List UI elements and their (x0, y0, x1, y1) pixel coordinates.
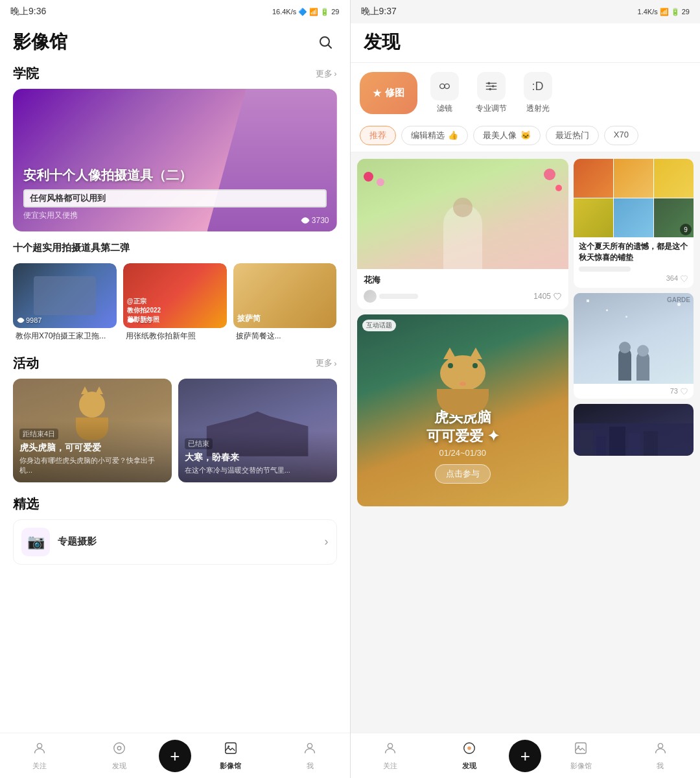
academy-more-link[interactable]: 更多 › (316, 68, 336, 80)
bluetooth-icon: 🔷 (298, 8, 307, 16)
nav-follow[interactable]: 关注 (0, 741, 79, 771)
photo-grid-card[interactable]: 9 这个夏天所有的遗憾，都是这个秋天惊喜的铺垫 364 (574, 159, 694, 288)
right-nav-follow[interactable]: 关注 (351, 741, 430, 771)
hero-main-text: 安利十个人像拍摄道具（二） (23, 167, 327, 184)
flower-sea-card[interactable]: 花海 1405 (357, 159, 569, 309)
left-status-bar: 晚上9:36 16.4K/s 🔷 📶 🔋 29 (0, 0, 350, 23)
right-nav-follow-icon (383, 741, 397, 759)
right-nav-discover-label: 发现 (462, 761, 476, 771)
flower-sea-meta: 1405 (364, 290, 563, 303)
selected-featured-label: 专题摄影 (58, 536, 97, 548)
grid-img-6: 9 (654, 198, 694, 237)
photo-grid-username-placeholder (579, 266, 631, 272)
video-card-3[interactable]: 披萨简 披萨简餐这... (233, 263, 337, 342)
svg-point-11 (439, 84, 444, 88)
svg-point-5 (38, 743, 42, 748)
svg-point-19 (388, 743, 392, 748)
star-icon: ★ (373, 88, 381, 99)
nav-gallery[interactable]: 影像馆 (191, 741, 270, 771)
tool-tab-filter[interactable]: 滤镜 (425, 72, 464, 114)
video-thumb-1: 9987 (13, 263, 117, 328)
photo-grid-imgs: 9 (574, 159, 694, 237)
svg-point-12 (445, 84, 449, 88)
photo-grid-info: 这个夏天所有的遗憾，都是这个秋天惊喜的铺垫 364 (574, 237, 694, 288)
right-header: 发现 (351, 23, 701, 63)
right-bottom-nav: 关注 发现 + 影像馆 我 (351, 733, 701, 778)
vivo-ad-card[interactable]: 互动话题 虎头虎脑可可爱爱 ✦ (357, 314, 569, 506)
video-view-1: 9987 (17, 316, 41, 324)
app-title: 影像馆 (13, 30, 67, 54)
left-bottom-nav: 关注 发现 + 影像馆 我 (0, 733, 350, 778)
tool-tab-pro-adjust[interactable]: 专业调节 (472, 72, 511, 114)
selected-featured-area: 📷 专题摄影 › (0, 519, 350, 565)
pill-portrait[interactable]: 最美人像 🐱 (473, 126, 541, 145)
right-nav-gallery[interactable]: 影像馆 (541, 741, 620, 771)
video-card-1[interactable]: 9987 教你用X70拍摄王家卫拖... (13, 263, 117, 342)
pill-editor-pick[interactable]: 编辑精选 👍 (401, 126, 469, 145)
tool-tabs: ★ 修图 滤镜 专业调节 :D 透射光 (351, 63, 701, 119)
left-content-scroll: 学院 更多 › 安利十个人像拍摄道具（二） 任何风格都可以用到 便宜实用又便携 … (0, 65, 350, 778)
selected-featured-btn[interactable]: 📷 专题摄影 › (13, 519, 337, 565)
nav-follow-label: 关注 (32, 761, 47, 771)
vivo-participate-btn[interactable]: 点击参与 (435, 464, 491, 484)
flower-sea-info: 花海 1405 (357, 269, 569, 309)
activity-more-link[interactable]: 更多 › (316, 357, 336, 369)
right-nav-me[interactable]: 我 (621, 741, 700, 771)
selected-arrow: › (325, 535, 329, 548)
search-button[interactable] (314, 30, 337, 54)
nav-me-label-left: 我 (307, 761, 314, 771)
svg-point-7 (117, 746, 121, 750)
signal-icon: 📶 (309, 8, 318, 16)
pill-x70[interactable]: X70 (604, 126, 638, 145)
svg-point-24 (658, 743, 662, 748)
activity-card-2[interactable]: 已结束 大寒，盼春来 在这个寒冷与温暖交替的节气里... (178, 379, 337, 482)
left-panel: 晚上9:36 16.4K/s 🔷 📶 🔋 29 影像馆 学院 更多 › (0, 0, 350, 778)
activity-title: 活动 (13, 355, 39, 372)
hero-banner[interactable]: 安利十个人像拍摄道具（二） 任何风格都可以用到 便宜实用又便携 3730 (13, 89, 337, 231)
svg-point-6 (113, 742, 124, 753)
right-feed-area: 花海 1405 (351, 152, 701, 778)
night-city-card[interactable] (574, 404, 694, 456)
pill-recommend[interactable]: 推荐 (360, 126, 396, 145)
feed-left-col: 花海 1405 (357, 159, 569, 778)
svg-line-1 (328, 45, 331, 49)
nav-discover[interactable]: 发现 (79, 741, 158, 771)
nav-gallery-label: 影像馆 (220, 761, 241, 771)
video-thumb-3: 披萨简 (233, 263, 337, 328)
pro-adjust-icon-bg (477, 72, 506, 100)
right-nav-add-button[interactable]: + (509, 740, 541, 772)
right-battery-level: 29 (682, 8, 690, 16)
right-status-bar: 晚上9:37 1.4K/s 📶 🔋 29 (351, 0, 701, 23)
left-header: 影像馆 (0, 23, 350, 65)
flower-sea-likes: 1405 (533, 292, 562, 301)
feed-right-col: 9 这个夏天所有的遗憾，都是这个秋天惊喜的铺垫 364 (574, 159, 694, 778)
right-nav-me-icon (653, 741, 668, 759)
hero-sub-text: 便宜实用又便携 (23, 210, 327, 221)
network-speed: 16.4K/s (272, 8, 296, 16)
nav-me-icon-left (303, 741, 317, 759)
vivo-tag: 互动话题 (362, 320, 396, 331)
photo-grid-title: 这个夏天所有的遗憾，都是这个秋天惊喜的铺垫 (579, 241, 688, 263)
right-time: 晚上9:37 (361, 6, 397, 18)
flower-sea-img (357, 159, 569, 269)
right-status-icons: 1.4K/s 📶 🔋 29 (638, 8, 690, 16)
tool-tab-light[interactable]: :D 透射光 (519, 72, 557, 114)
pill-hot[interactable]: 最近热门 (546, 126, 599, 145)
activity-card-1-content: 距结束4日 虎头虎脑，可可爱爱 你身边有哪些虎头虎脑的小可爱？快拿出手机... (13, 421, 172, 482)
grid-img-3 (654, 159, 694, 198)
academy-title: 学院 (13, 65, 39, 82)
nav-add-button[interactable]: + (159, 740, 191, 772)
light-label: 透射光 (526, 103, 550, 114)
activity-card-2-desc: 在这个寒冷与温暖交替的节气里... (185, 466, 331, 475)
svg-point-16 (487, 82, 490, 85)
video-label-1: 教你用X70拍摄王家卫拖... (13, 328, 117, 342)
left-status-icons: 16.4K/s 🔷 📶 🔋 29 (272, 8, 340, 16)
snow-couple-card[interactable]: GARDE 73 (574, 293, 694, 399)
video-card-2[interactable]: @正宗教你拍2022剪影新年照 7159 用张纸教你拍新年照 (123, 263, 227, 342)
right-nav-discover[interactable]: 发现 (430, 741, 509, 771)
vivo-cat-bg: 互动话题 虎头虎脑可可爱爱 ✦ (357, 314, 569, 506)
nav-me-left[interactable]: 我 (270, 741, 349, 771)
svg-point-23 (578, 745, 580, 747)
activity-card-1[interactable]: 距结束4日 虎头虎脑，可可爱爱 你身边有哪些虎头虎脑的小可爱？快拿出手机... (13, 379, 172, 482)
tool-tab-retouch[interactable]: ★ 修图 (360, 72, 417, 114)
